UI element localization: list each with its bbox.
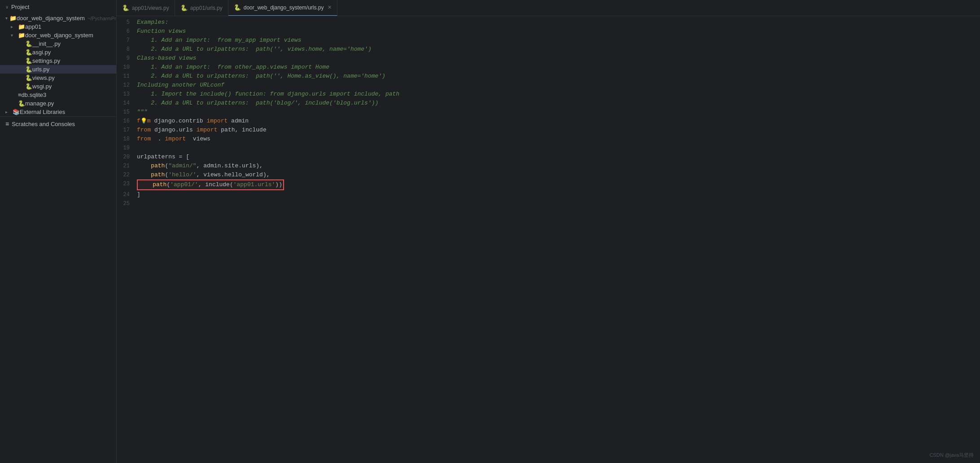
sidebar-item-views_py[interactable]: 🐍 views.py [0, 74, 116, 82]
line-content: from django.urls import path, include [137, 126, 980, 135]
sidebar-item-db_sqlite3[interactable]: ≡ db.sqlite3 [0, 91, 116, 99]
sidebar-item-manage_py[interactable]: 🐍 manage.py [0, 99, 116, 108]
tab-app01-urls-label: app01/urls.py [190, 5, 223, 11]
sidebar-item-init_py[interactable]: 🐍 __init__.py [0, 39, 116, 48]
code-line: 24] [117, 190, 980, 199]
code-line: 16f💡m django.contrib import admin [117, 117, 980, 126]
sidebar-item-label: settings.py [32, 57, 60, 64]
chevron-icon: ▾ [5, 16, 8, 21]
sidebar-item-app01[interactable]: ▸📁 app01 [0, 22, 116, 31]
line-content: path("admin/", admin.site.urls), [137, 162, 980, 170]
code-lines: 5Examples:6Function views7 1. Add an imp… [117, 18, 980, 208]
chevron-icon: ▸ [11, 24, 16, 29]
line-number: 17 [117, 126, 137, 135]
sidebar-item-asgi_py[interactable]: 🐍 asgi.py [0, 48, 116, 57]
tab-app01-urls[interactable]: 🐍 app01/urls.py [175, 0, 228, 16]
line-number: 22 [117, 170, 137, 179]
line-number: 10 [117, 63, 137, 72]
code-line: 7 1. Add an import: from my_app import v… [117, 36, 980, 45]
sidebar-item-label: wsgi.py [32, 83, 52, 90]
line-number: 24 [117, 190, 137, 199]
python-file-icon: 🐍 [25, 57, 32, 64]
project-chevron: ∨ [5, 4, 9, 9]
python-file-icon: 🐍 [25, 40, 32, 47]
sidebar-item-root[interactable]: ▾📁 door_web_django_system~/PycharmProjec… [0, 14, 116, 22]
code-line: 18from . import views [117, 135, 980, 144]
line-content: 1. Add an import: from other_app.views i… [137, 63, 980, 72]
line-number: 15 [117, 108, 137, 117]
folder-icon: 📁 [18, 23, 25, 30]
python-file-icon: 🐍 [25, 83, 32, 90]
db-file-icon: ≡ [18, 92, 22, 98]
code-line: 12Including another URLconf [117, 81, 980, 90]
line-number: 14 [117, 99, 137, 108]
line-content: 2. Add a URL to urlpatterns: path('', vi… [137, 45, 980, 54]
line-number: 16 [117, 117, 137, 126]
line-content: Function views [137, 27, 980, 36]
tab-door-urls[interactable]: 🐍 door_web_django_system/urls.py ✕ [228, 0, 337, 16]
sidebar-item-label: door_web_django_system [17, 15, 85, 22]
sidebar-item-door_web_django_system_sub[interactable]: ▾📁 door_web_django_system [0, 31, 116, 39]
line-content: Class-based views [137, 54, 980, 63]
code-line: 10 1. Add an import: from other_app.view… [117, 63, 980, 72]
python-file-icon: 🐍 [25, 49, 32, 56]
line-number: 5 [117, 18, 137, 27]
folder-icon: 📁 [9, 15, 17, 22]
line-number: 9 [117, 54, 137, 63]
line-number: 12 [117, 81, 137, 90]
sidebar-item-external_libraries[interactable]: ▸📚 External Libraries [0, 108, 116, 116]
code-line: 5Examples: [117, 18, 980, 27]
sidebar-item-wsgi_py[interactable]: 🐍 wsgi.py [0, 82, 116, 91]
scratches-consoles[interactable]: ≡ Scratches and Consoles [0, 116, 116, 131]
sidebar-item-label: manage.py [25, 100, 54, 107]
line-content: 2. Add a URL to urlpatterns: path('blog/… [137, 99, 980, 108]
code-line: 22 path('hello/', views.hello_world), [117, 170, 980, 179]
tab-door-urls-icon: 🐍 [234, 4, 241, 11]
line-number: 23 [117, 179, 137, 188]
sidebar-item-label: asgi.py [32, 49, 51, 56]
line-content: 2. Add a URL to urlpatterns: path('', Ho… [137, 72, 980, 81]
line-content: Including another URLconf [137, 81, 980, 90]
sidebar-item-label: db.sqlite3 [22, 92, 47, 98]
line-content: 1. Add an import: from my_app import vie… [137, 36, 980, 45]
sidebar-item-label: views.py [32, 74, 55, 81]
code-line: 25 [117, 199, 980, 208]
python-file-icon: 🐍 [25, 66, 32, 73]
code-line: 15""" [117, 108, 980, 117]
line-content: Examples: [137, 18, 980, 27]
project-header[interactable]: ∨ Project [0, 0, 116, 14]
line-number: 18 [117, 135, 137, 144]
folder-icon: 📁 [18, 32, 25, 39]
line-content: """ [137, 108, 980, 117]
sidebar-item-label: door_web_django_system [25, 32, 93, 39]
tab-app01-urls-icon: 🐍 [180, 4, 188, 11]
line-content: path('app01/', include('app01.urls')) [137, 179, 980, 190]
tab-views-icon: 🐍 [122, 4, 129, 11]
line-content: path('hello/', views.hello_world), [137, 170, 980, 179]
python-file-icon: 🐍 [18, 100, 25, 107]
tab-door-urls-label: door_web_django_system/urls.py [244, 4, 324, 11]
tab-views-label: app01/views.py [132, 5, 169, 11]
code-line: 20urlpatterns = [ [117, 153, 980, 162]
file-tree: ▾📁 door_web_django_system~/PycharmProjec… [0, 14, 116, 116]
sidebar-item-settings_py[interactable]: 🐍 settings.py [0, 57, 116, 65]
line-number: 6 [117, 27, 137, 36]
line-number: 19 [117, 144, 137, 153]
tab-bar: 🐍 app01/views.py 🐍 app01/urls.py 🐍 door_… [117, 0, 980, 16]
line-content: urlpatterns = [ [137, 153, 980, 162]
code-line: 21 path("admin/", admin.site.urls), [117, 162, 980, 170]
sidebar-item-label: External Libraries [20, 109, 65, 115]
sidebar-item-label: urls.py [32, 66, 49, 73]
editor-area: 🐍 app01/views.py 🐍 app01/urls.py 🐍 door_… [117, 0, 980, 463]
line-number: 8 [117, 45, 137, 54]
line-content: f💡m django.contrib import admin [137, 117, 980, 126]
code-line: 6Function views [117, 27, 980, 36]
tab-views[interactable]: 🐍 app01/views.py [117, 0, 175, 16]
code-line: 9Class-based views [117, 54, 980, 63]
sidebar: ∨ Project ▾📁 door_web_django_system~/Pyc… [0, 0, 117, 463]
code-editor[interactable]: 5Examples:6Function views7 1. Add an imp… [117, 16, 980, 463]
sidebar-item-urls_py[interactable]: 🐍 urls.py [0, 65, 116, 74]
tab-close-button[interactable]: ✕ [328, 4, 332, 10]
sidebar-item-label: __init__.py [32, 40, 61, 47]
scratches-label: Scratches and Consoles [12, 121, 75, 127]
